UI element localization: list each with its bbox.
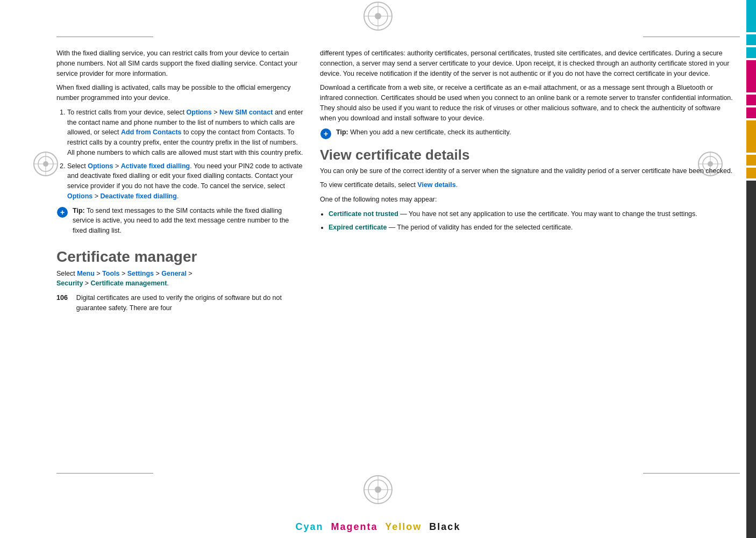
color-strip (746, 0, 756, 538)
list-item1-text: To restrict calls from your device, sele… (67, 109, 303, 156)
color-yellow-2 (746, 155, 756, 166)
nav-general-link[interactable]: General (161, 270, 187, 277)
view-certificate-heading: View certificate details (320, 147, 737, 163)
list-item2-text: Select Options > Activate fixed dialling… (67, 162, 302, 200)
tip-text-2: Tip: When you add a new certificate, che… (336, 127, 511, 138)
options-link-1[interactable]: Options (187, 109, 212, 116)
cmyk-black: Black (429, 521, 460, 532)
color-cyan-3 (746, 47, 756, 58)
color-magenta (746, 60, 756, 92)
rule-top-right (643, 37, 740, 37)
bullet-list: Certificate not trusted — You have not s… (320, 209, 737, 233)
rule-bottom-left (56, 473, 153, 474)
left-column: With the fixed dialling service, you can… (56, 48, 304, 468)
tip-icon-1: + (56, 206, 68, 218)
activate-fixed-dialling-link[interactable]: Activate fixed dialling (121, 162, 190, 170)
right-intro-p1: different types of certificates: authori… (320, 48, 737, 78)
color-cyan-2 (746, 34, 756, 45)
nav-security-link[interactable]: Security (56, 279, 83, 287)
bullet-item-1: Certificate not trusted — You have not s… (329, 209, 737, 219)
bullet-item-2: Expired certificate — The period of vali… (329, 223, 737, 233)
body-text-left: Digital certificates are used to verify … (76, 293, 304, 313)
svg-text:+: + (324, 130, 328, 138)
top-circle-decoration (362, 0, 394, 32)
nav-cert-link[interactable]: Certificate management (91, 279, 167, 287)
color-yellow (746, 120, 756, 153)
cmyk-yellow: Yellow (385, 521, 422, 532)
rule-bottom-right (643, 473, 740, 474)
color-magenta-2 (746, 95, 756, 105)
rule-top-left (56, 37, 153, 37)
numbered-list: To restrict calls from your device, sele… (56, 107, 304, 202)
right-body-p2: To view certificate details, select View… (320, 180, 737, 190)
intro-p2: When fixed dialling is activated, calls … (56, 83, 304, 103)
nav-settings-link[interactable]: Settings (127, 270, 154, 277)
right-column: different types of certificates: authori… (320, 48, 737, 468)
cert-not-trusted-link[interactable]: Certificate not trusted (329, 210, 398, 218)
deactivate-fixed-dialling-link[interactable]: Deactivate fixed dialling (100, 192, 176, 200)
bottom-circle-decoration (362, 474, 394, 506)
cmyk-bar: Cyan Magenta Yellow Black (0, 521, 756, 533)
tip-icon-2: + (320, 128, 332, 140)
left-circle-decoration (32, 150, 59, 177)
cmyk-magenta: Magenta (331, 521, 378, 532)
right-intro-p2: Download a certificate from a web site, … (320, 83, 737, 123)
color-cyan (746, 0, 756, 32)
intro-p1: With the fixed dialling service, you can… (56, 48, 304, 78)
nav-menu-link[interactable]: Menu (77, 270, 95, 277)
view-details-link[interactable]: View details (417, 181, 455, 189)
list-item-1: To restrict calls from your device, sele… (67, 107, 304, 158)
color-yellow-3 (746, 168, 756, 178)
list-item-2: Select Options > Activate fixed dialling… (67, 161, 304, 202)
expired-cert-link[interactable]: Expired certificate (329, 224, 387, 231)
tip-box-1: + Tip: To send text messages to the SIM … (56, 206, 304, 240)
tip-box-2: + Tip: When you add a new certificate, c… (320, 127, 737, 142)
add-from-contacts-link[interactable]: Add from Contacts (121, 128, 182, 136)
right-body-p3: One of the following notes may appear: (320, 195, 737, 205)
color-black (746, 181, 756, 538)
page-number: 106 (56, 294, 68, 318)
right-body-p1: You can only be sure of the correct iden… (320, 166, 737, 176)
certificate-manager-heading: Certificate manager (56, 249, 304, 266)
new-sim-contact-link[interactable]: New SIM contact (219, 109, 273, 116)
main-content: With the fixed dialling service, you can… (56, 48, 737, 468)
svg-text:+: + (60, 208, 65, 217)
color-magenta-3 (746, 107, 756, 118)
page-number-block: 106 Digital certificates are used to ver… (56, 293, 304, 318)
cmyk-cyan: Cyan (296, 521, 324, 532)
nav-path: Select Menu > Tools > Settings > General… (56, 269, 304, 289)
nav-tools-link[interactable]: Tools (102, 270, 119, 277)
options-link-3[interactable]: Options (67, 192, 92, 200)
options-link-2[interactable]: Options (88, 162, 113, 170)
tip-text-1: Tip: To send text messages to the SIM co… (73, 206, 304, 236)
